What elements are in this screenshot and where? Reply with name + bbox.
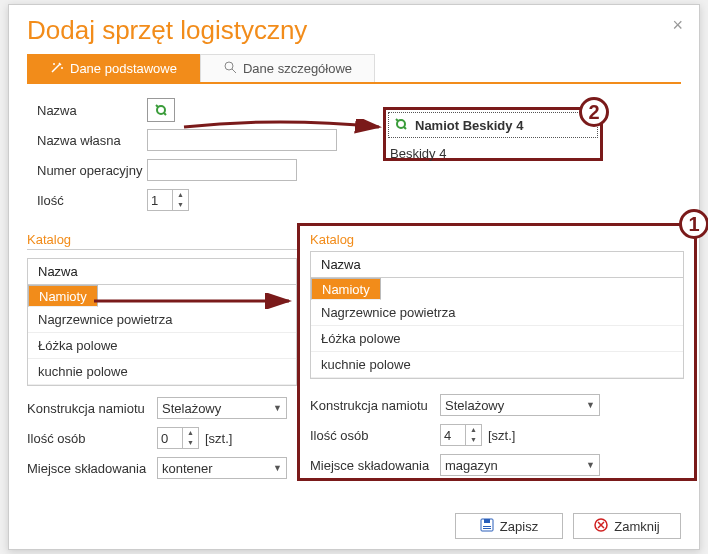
miejsce-select[interactable]: kontener▼ — [157, 457, 287, 479]
tab-bar: Dane podstawowe Dane szczegółowe — [27, 54, 681, 84]
annot-own-name: Beskidy 4 — [390, 146, 446, 161]
annot-title: Namiot Beskidy 4 — [415, 118, 523, 133]
op-num-label: Numer operacyjny — [37, 163, 147, 178]
grid-header: Nazwa — [28, 259, 296, 285]
tab-label: Dane podstawowe — [70, 61, 177, 76]
osoby-label: Ilość osób — [310, 428, 440, 443]
qty-label: Ilość — [37, 193, 147, 208]
osoby-stepper[interactable]: 4 ▲▼ — [440, 424, 482, 446]
dialog: × Dodaj sprzęt logistyczny Dane podstawo… — [8, 4, 700, 550]
chevron-down-icon: ▼ — [273, 403, 282, 413]
svg-rect-7 — [483, 528, 491, 529]
katalog-label: Katalog — [27, 232, 297, 247]
list-item[interactable]: Łóżka polowe — [28, 333, 296, 359]
pick-name-button[interactable] — [147, 98, 175, 122]
spin-up-icon[interactable]: ▲ — [466, 425, 481, 435]
annotation-marker-2: 2 — [579, 97, 609, 127]
osoby-unit: [szt.] — [205, 431, 232, 446]
konstr-label: Konstrukcja namiotu — [27, 401, 157, 416]
svg-rect-6 — [483, 526, 491, 527]
svg-point-1 — [61, 67, 63, 69]
refresh-icon — [393, 116, 409, 135]
svg-point-0 — [53, 63, 55, 65]
konstr-label: Konstrukcja namiotu — [310, 398, 440, 413]
list-item[interactable]: Łóżka polowe — [311, 326, 683, 352]
save-icon — [480, 518, 494, 535]
save-button[interactable]: Zapisz — [455, 513, 563, 539]
konstr-select[interactable]: Stelażowy▼ — [440, 394, 600, 416]
annotation-callout-2: Namiot Beskidy 4 Beskidy 4 — [383, 107, 603, 161]
miejsce-label: Miejsce składowania — [310, 458, 440, 473]
katalog-label: Katalog — [310, 232, 684, 247]
spin-down-icon[interactable]: ▼ — [183, 438, 198, 448]
katalog-grid-left: Nazwa Namioty Nagrzewnice powietrza Łóżk… — [27, 258, 297, 386]
grid-header: Nazwa — [311, 252, 683, 278]
list-item[interactable]: Namioty — [311, 278, 381, 300]
osoby-unit: [szt.] — [488, 428, 515, 443]
magnifier-icon — [223, 60, 237, 77]
name-label: Nazwa — [37, 103, 147, 118]
osoby-label: Ilość osób — [27, 431, 157, 446]
spin-down-icon[interactable]: ▼ — [173, 200, 188, 210]
dialog-footer: Zapisz Zamknij — [455, 513, 681, 539]
svg-point-2 — [225, 62, 233, 70]
own-name-input[interactable] — [147, 129, 337, 151]
close-icon[interactable]: × — [672, 15, 683, 36]
chevron-down-icon: ▼ — [586, 400, 595, 410]
miejsce-label: Miejsce składowania — [27, 461, 157, 476]
tab-details[interactable]: Dane szczegółowe — [200, 54, 375, 82]
list-item[interactable]: kuchnie polowe — [28, 359, 296, 385]
chevron-down-icon: ▼ — [273, 463, 282, 473]
list-item[interactable]: Namioty — [28, 285, 98, 307]
tab-label: Dane szczegółowe — [243, 61, 352, 76]
annotation-marker-1: 1 — [679, 209, 708, 239]
list-item[interactable]: Nagrzewnice powietrza — [311, 300, 683, 326]
osoby-stepper[interactable]: 0 ▲▼ — [157, 427, 199, 449]
wand-icon — [50, 60, 64, 77]
annotation-callout-1: Katalog Nazwa Namioty Nagrzewnice powiet… — [297, 223, 697, 481]
own-name-label: Nazwa własna — [37, 133, 147, 148]
katalog-grid-right: Nazwa Namioty Nagrzewnice powietrza Łóżk… — [310, 251, 684, 379]
op-num-input[interactable] — [147, 159, 297, 181]
spin-up-icon[interactable]: ▲ — [173, 190, 188, 200]
list-item[interactable]: kuchnie polowe — [311, 352, 683, 378]
spin-up-icon[interactable]: ▲ — [183, 428, 198, 438]
qty-value: 1 — [151, 193, 158, 208]
cancel-icon — [594, 518, 608, 535]
close-button[interactable]: Zamknij — [573, 513, 681, 539]
konstr-select[interactable]: Stelażowy▼ — [157, 397, 287, 419]
chevron-down-icon: ▼ — [586, 460, 595, 470]
tab-basic[interactable]: Dane podstawowe — [27, 54, 200, 82]
qty-stepper[interactable]: 1 ▲▼ — [147, 189, 189, 211]
list-item[interactable]: Nagrzewnice powietrza — [28, 307, 296, 333]
dialog-title: Dodaj sprzęt logistyczny — [27, 15, 681, 46]
miejsce-select[interactable]: magazyn▼ — [440, 454, 600, 476]
svg-rect-5 — [484, 519, 490, 523]
spin-down-icon[interactable]: ▼ — [466, 435, 481, 445]
